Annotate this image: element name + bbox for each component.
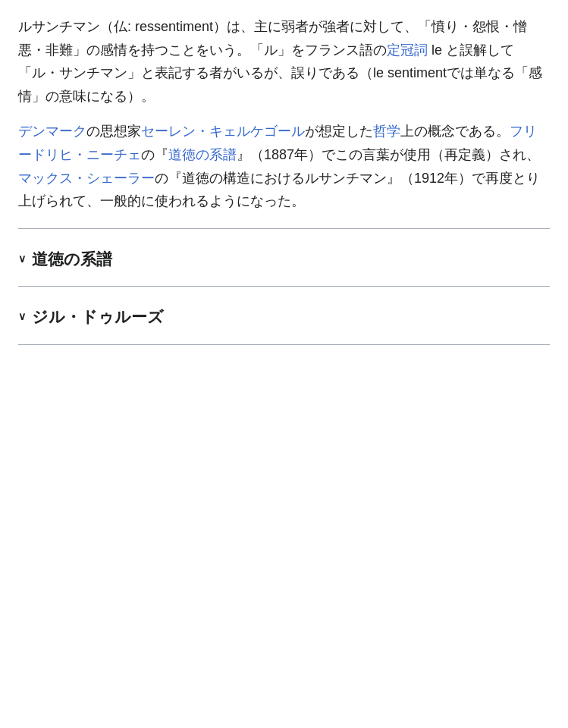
link-denmark[interactable]: デンマーク: [18, 124, 86, 139]
section-block-2: ∨ ジル・ドゥルーズ: [18, 294, 550, 345]
paragraph-1: ルサンチマン（仏: ressentiment）は、主に弱者が強者に対して、「憤り…: [18, 15, 550, 108]
divider-3: [18, 344, 550, 345]
link-genealogy[interactable]: 道徳の系譜: [168, 147, 237, 162]
paragraph-2: デンマークの思想家セーレン・キェルケゴールが想定した哲学上の概念である。フリード…: [18, 120, 550, 212]
section-heading-2[interactable]: ∨ ジル・ドゥルーズ: [18, 294, 550, 337]
chevron-icon-1: ∨: [18, 250, 26, 268]
divider-1: [18, 228, 550, 229]
link-kierkegaard[interactable]: セーレン・キェルケゴール: [141, 124, 305, 139]
link-scheler[interactable]: マックス・シェーラー: [18, 171, 155, 186]
chevron-icon-2: ∨: [18, 308, 26, 326]
section-block-1: ∨ 道徳の系譜: [18, 228, 550, 287]
text-p2-2: が想定した: [305, 124, 373, 139]
link-teikangoshi[interactable]: 定冠詞: [387, 42, 428, 58]
link-philosophy[interactable]: 哲学: [373, 124, 400, 139]
section-heading-1[interactable]: ∨ 道徳の系譜: [18, 237, 550, 279]
text-p2-5: 』（1887年）でこの言葉が使用（再定義）され、: [237, 147, 540, 162]
section-title-1: 道徳の系譜: [32, 246, 112, 273]
section-title-2: ジル・ドゥルーズ: [32, 303, 164, 331]
text-p2-1: の思想家: [86, 124, 141, 139]
divider-2: [18, 286, 550, 287]
text-p2-3: 上の概念である。: [400, 124, 510, 139]
text-p2-4: の『: [141, 147, 168, 162]
article-body: ルサンチマン（仏: ressentiment）は、主に弱者が強者に対して、「憤り…: [18, 15, 550, 213]
